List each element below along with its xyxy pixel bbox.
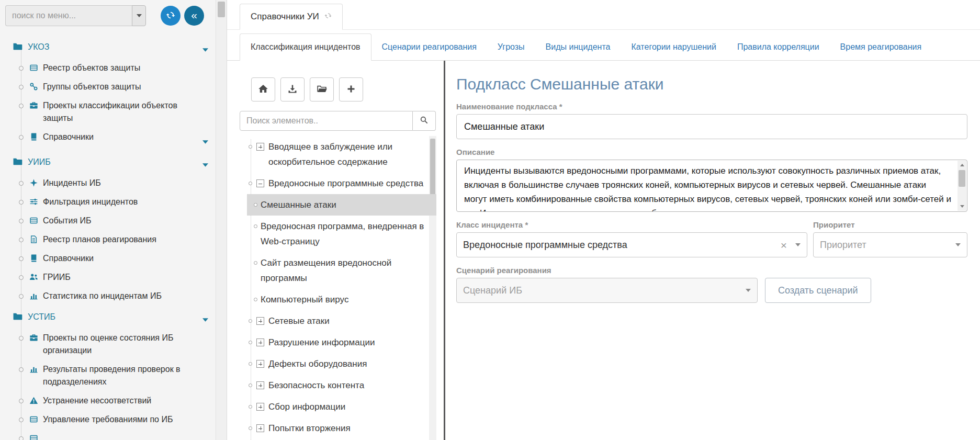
sidebar-item-label: Управление требованиями по ИБ: [43, 413, 208, 426]
node-dot-icon: [249, 383, 252, 387]
chevron-down-icon[interactable]: [746, 289, 751, 292]
tab-threats[interactable]: Угрозы: [487, 34, 535, 60]
sidebar-item[interactable]: Проекты классификации объектов защиты: [0, 96, 216, 128]
tree-node[interactable]: Сайт размещения вредоносной программы: [247, 252, 436, 289]
tree-node[interactable]: Вредоносные программные средства: [247, 173, 436, 194]
tree-node-label: Смешанные атаки: [261, 197, 434, 212]
sidebar-scrollbar-thumb[interactable]: [218, 2, 225, 17]
chevron-down-icon[interactable]: [955, 243, 961, 246]
sidebar-scrollbar[interactable]: [216, 0, 227, 440]
sidebar-item[interactable]: Справочники: [0, 128, 216, 151]
incident-class-select[interactable]: Вредоносные программные средства ×: [456, 232, 807, 257]
collapse-minus-icon[interactable]: [256, 179, 264, 187]
window-tab-directories[interactable]: Справочники УИ: [240, 4, 343, 30]
sidebar-item[interactable]: Фильтрация инцидентов: [0, 193, 216, 211]
tab-response-scenarios[interactable]: Сценарии реагирования: [371, 34, 487, 60]
textarea-scrollbar-thumb[interactable]: [959, 170, 965, 187]
scenario-label: Сценарий реагирования: [456, 266, 967, 275]
sidebar-item[interactable]: Группы объектов защиты: [0, 77, 216, 96]
clear-icon[interactable]: ×: [781, 240, 787, 251]
tab-content: Вводящее в заблуждение или оскорбительно…: [227, 61, 980, 440]
tree-node-selected[interactable]: Смешанные атаки: [247, 194, 436, 216]
tree-node[interactable]: Безопасность контента: [247, 375, 436, 396]
priority-label: Приоритет: [813, 220, 967, 229]
tab-violation-categories[interactable]: Категории нарушений: [621, 34, 726, 60]
expand-plus-icon[interactable]: [256, 317, 264, 325]
sidebar-item[interactable]: [0, 429, 216, 440]
sidebar-item-label: Справочники: [43, 252, 208, 265]
tree-search-input[interactable]: [240, 111, 413, 131]
sidebar-section-uiib[interactable]: УИИБ: [0, 151, 216, 174]
tab-correlation-rules[interactable]: Правила корреляции: [727, 34, 830, 60]
sidebar-item[interactable]: Результаты проведения проверок в подразд…: [0, 360, 216, 391]
scroll-up-icon[interactable]: [958, 161, 966, 170]
open-folder-button[interactable]: [310, 77, 334, 101]
sidebar-item[interactable]: Статистика по инцидентам ИБ: [0, 287, 216, 306]
expand-plus-icon[interactable]: [256, 360, 264, 368]
chart-icon: [29, 291, 39, 300]
folder-icon: [13, 311, 22, 323]
tree-node[interactable]: Разрушение информации: [247, 332, 436, 353]
expand-plus-icon[interactable]: [256, 143, 264, 151]
sidebar-item[interactable]: Устранение несоответствий: [0, 391, 216, 410]
textarea-scrollbar[interactable]: [958, 161, 966, 211]
refresh-menu-button[interactable]: [161, 6, 181, 26]
menu-search-dropdown-button[interactable]: [132, 5, 146, 26]
sidebar-section-ustib[interactable]: УСТИБ: [0, 306, 216, 329]
tree-node[interactable]: Сетевые атаки: [247, 310, 436, 332]
collapse-sidebar-button[interactable]: «: [184, 6, 204, 26]
tree-node[interactable]: Сбор информации: [247, 396, 436, 418]
chain-icon: [29, 82, 39, 91]
expand-plus-icon[interactable]: [256, 424, 264, 432]
add-button[interactable]: [339, 77, 363, 101]
home-button[interactable]: [251, 77, 275, 101]
tree-node[interactable]: Дефекты оборудования: [247, 353, 436, 375]
scroll-down-icon[interactable]: [958, 202, 966, 211]
priority-placeholder: Приоритет: [820, 240, 955, 251]
sidebar-item[interactable]: Инциденты ИБ: [0, 174, 216, 193]
priority-select[interactable]: Приоритет: [813, 232, 967, 257]
folder-icon: [13, 156, 22, 168]
create-scenario-button[interactable]: Создать сценарий: [765, 278, 871, 303]
expand-plus-icon[interactable]: [256, 403, 264, 411]
sidebar-item-label: Реестр объектов защиты: [43, 62, 208, 74]
sidebar-section-ukoz[interactable]: УКОЗ: [0, 36, 216, 59]
sidebar-item[interactable]: Проекты по оценке состояния ИБ организац…: [0, 329, 216, 360]
tree-node[interactable]: Вредоносная программа, внедренная в Web-…: [247, 216, 436, 252]
window-tabbar: Справочники УИ: [227, 0, 980, 30]
tab-incident-classification[interactable]: Классификация инцидентов: [240, 33, 371, 61]
sidebar-item[interactable]: ГРИИБ: [0, 268, 216, 287]
expand-plus-icon[interactable]: [256, 381, 264, 389]
window-tab-label: Справочники УИ: [251, 12, 319, 22]
tree-node[interactable]: Попытки вторжения: [247, 418, 436, 439]
sidebar-item-label: Фильтрация инцидентов: [43, 196, 208, 208]
subclass-name-input[interactable]: [456, 114, 967, 139]
sidebar-item-label: Инциденты ИБ: [43, 177, 208, 189]
tree-node[interactable]: Компьютерный вирус: [247, 289, 436, 310]
description-label: Описание: [456, 148, 967, 156]
tab-response-time[interactable]: Время реагирования: [830, 34, 932, 60]
sidebar-item[interactable]: Управление требованиями по ИБ: [0, 410, 216, 429]
sidebar-item[interactable]: Реестр планов реагирования: [0, 230, 216, 249]
tree-search-button[interactable]: [413, 111, 436, 131]
sidebar-item[interactable]: События ИБ: [0, 211, 216, 230]
description-textarea[interactable]: Инциденты вызываются вредоносными програ…: [456, 160, 967, 212]
nav-tabs: Классификация инцидентов Сценарии реагир…: [227, 30, 980, 61]
sidebar-item-label: Проекты классификации объектов защиты: [43, 99, 208, 125]
tab-incident-types[interactable]: Виды инцидента: [535, 34, 621, 60]
menu-search-input[interactable]: [5, 5, 132, 26]
refresh-icon[interactable]: [324, 12, 332, 22]
briefcase-icon: [29, 101, 39, 110]
download-button[interactable]: [280, 77, 305, 101]
sidebar-item[interactable]: Реестр объектов защиты: [0, 59, 216, 77]
expand-plus-icon[interactable]: [256, 339, 264, 346]
sidebar-item[interactable]: Справочники: [0, 249, 216, 268]
tree-node-label: Вредоносная программа, внедренная в Web-…: [261, 219, 434, 249]
tree-node[interactable]: Вводящее в заблуждение или оскорбительно…: [247, 136, 436, 173]
tree-node-label: Вводящее в заблуждение или оскорбительно…: [268, 139, 434, 170]
chart-icon: [29, 365, 39, 374]
chevron-down-icon[interactable]: [795, 243, 801, 246]
scenario-select[interactable]: Сценарий ИБ: [456, 278, 758, 303]
book-icon: [29, 132, 39, 141]
incident-class-label: Класс инцидента *: [456, 220, 807, 229]
